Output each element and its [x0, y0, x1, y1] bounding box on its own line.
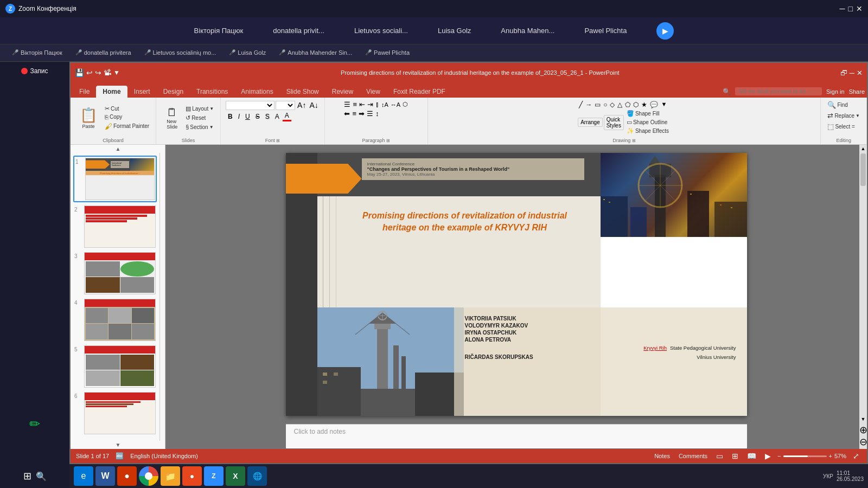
zoom-out-side-btn[interactable]: ⊖ — [859, 436, 867, 448]
ptab-viktoriia[interactable]: 🎤 Вікторія Пацюк — [5, 47, 69, 59]
font-name-select[interactable] — [226, 101, 275, 110]
notes-btn[interactable]: Notes — [652, 452, 672, 460]
justify-btn[interactable]: ☰ — [367, 110, 373, 118]
replace-btn[interactable]: ⇄ Replace ▼ — [826, 111, 861, 120]
share-btn[interactable]: Share — [849, 88, 865, 95]
shape-hex[interactable]: ⬡ — [632, 100, 640, 109]
shape-callout[interactable]: 💬 — [649, 100, 659, 109]
taskbar-edge-btn[interactable]: e — [74, 466, 93, 486]
slide-thumb-6[interactable]: 6 — [73, 391, 157, 435]
minimize-ppt-icon[interactable]: ─ — [850, 69, 854, 77]
slide-thumb-4[interactable]: 4 — [73, 298, 157, 342]
tab-animations[interactable]: Animations — [234, 86, 279, 98]
minimize-btn[interactable]: ─ — [840, 4, 845, 13]
quick-styles-btn[interactable]: QuickStyles — [604, 115, 624, 130]
reset-btn[interactable]: ↺ Reset — [184, 114, 215, 122]
decrease-indent-btn[interactable]: ⇤ — [359, 100, 365, 108]
participant-luisa[interactable]: Luisa Golz — [438, 27, 471, 35]
select-btn[interactable]: ⬚ Select = — [826, 122, 856, 131]
shape-rect[interactable]: ▭ — [593, 100, 602, 109]
slideshow-btn[interactable]: ▶ — [763, 451, 773, 461]
columns-btn[interactable]: ⫿ — [375, 100, 379, 108]
find-btn[interactable]: 🔍 Find — [826, 100, 849, 110]
drawing-expand-icon[interactable]: ⊞ — [632, 138, 636, 143]
next-participant-btn[interactable]: ▶ — [656, 22, 674, 40]
slider-track[interactable] — [783, 455, 827, 457]
participant-donatella[interactable]: donatella privit... — [273, 27, 324, 35]
ptab-lietuvos[interactable]: 🎤 Lietuvos socialinių mo... — [138, 47, 223, 59]
close-ppt-icon[interactable]: ✕ — [857, 69, 863, 77]
tab-slideshow[interactable]: Slide Show — [280, 86, 326, 98]
font-size-select[interactable] — [276, 101, 295, 110]
tab-foxit[interactable]: Foxit Reader PDF — [387, 86, 452, 98]
zoom-in-side-btn[interactable]: ⊕ — [859, 424, 867, 436]
font-color-btn[interactable]: A — [283, 111, 291, 121]
align-center-btn[interactable]: ≡ — [352, 110, 356, 118]
arrange-btn[interactable]: Arrange — [578, 118, 603, 127]
shape-triangle[interactable]: △ — [616, 100, 623, 109]
font-expand-icon[interactable]: ⊞ — [276, 138, 280, 143]
ptab-luisa[interactable]: 🎤 Luisa Golz — [222, 47, 272, 59]
numbering-btn[interactable]: ≡ — [353, 100, 357, 108]
taskbar-excel-btn[interactable]: X — [226, 466, 245, 486]
presentation-icon[interactable]: 📽 — [104, 68, 111, 77]
line-spacing-btn[interactable]: ↕ — [375, 110, 379, 118]
new-slide-btn[interactable]: 🗒 New Slide — [161, 105, 183, 131]
taskbar-unknown-btn[interactable]: ● — [117, 466, 137, 486]
scroll-up-arrow[interactable]: ▲ — [861, 146, 866, 151]
taskbar-app5-btn[interactable]: ● — [182, 466, 202, 486]
vertical-scrollbar[interactable]: ▲ ▼ ⊕ ⊖ — [859, 145, 867, 449]
align-text-btn[interactable]: ↔A — [391, 101, 400, 108]
university1-link[interactable]: Kryvyi Rih — [643, 345, 667, 351]
sign-in-btn[interactable]: Sign in — [826, 88, 845, 95]
taskbar-app7-btn[interactable]: 🌐 — [247, 466, 267, 486]
strikethrough-btn[interactable]: S — [253, 112, 262, 121]
shape-fill-btn[interactable]: 🪣 Shape Fill — [625, 110, 671, 118]
format-painter-btn[interactable]: 🖌 Format Painter — [103, 121, 151, 131]
pen-icon-area[interactable]: ✏ — [29, 416, 40, 432]
shape-circle[interactable]: ○ — [602, 100, 608, 109]
ptab-anubha[interactable]: 🎤 Anubha Mahender Sin... — [272, 47, 359, 59]
smartart-btn[interactable]: ⬡ — [403, 101, 408, 108]
zoom-minus-btn[interactable]: − — [777, 453, 781, 459]
windows-search-btn[interactable]: 🔍 — [36, 471, 47, 481]
scroll-down-arrow[interactable]: ▼ — [861, 416, 866, 422]
taskbar-zoom-btn[interactable]: Z — [204, 466, 224, 486]
slides-scroll-down[interactable]: ▼ — [71, 441, 165, 449]
slide-sorter-btn[interactable]: ⊞ — [730, 451, 741, 461]
text-direction-btn[interactable]: ↕A — [381, 101, 388, 108]
increase-indent-btn[interactable]: ⇥ — [367, 100, 373, 108]
recording-btn[interactable]: Запис — [21, 67, 48, 75]
paste-btn[interactable]: 📋 Paste — [75, 105, 101, 131]
zoom-level[interactable]: 57% — [834, 453, 846, 459]
italic-btn[interactable]: I — [236, 112, 242, 121]
normal-view-btn[interactable]: ▭ — [714, 451, 725, 461]
participant-viktoriia[interactable]: Вікторія Пацюк — [194, 27, 244, 35]
taskbar-explorer-btn[interactable]: 📁 — [161, 466, 180, 486]
shape-arrow[interactable]: → — [584, 100, 593, 109]
tab-insert[interactable]: Insert — [127, 86, 157, 98]
taskbar-chrome-btn[interactable] — [139, 466, 158, 486]
windows-start-btn[interactable]: ⊞ — [23, 470, 31, 482]
tab-transitions[interactable]: Transitions — [190, 86, 234, 98]
shadow-btn[interactable]: S — [263, 112, 272, 121]
shape-outline-btn[interactable]: ▭ Shape Outline — [625, 118, 671, 126]
close-btn[interactable]: ✕ — [856, 4, 863, 13]
undo-icon[interactable]: ↩ — [86, 68, 93, 77]
layout-btn[interactable]: ▤ Layout ▼ — [184, 105, 215, 113]
zoom-slider[interactable]: − + 57% — [777, 453, 846, 459]
reading-view-btn[interactable]: 📖 — [745, 451, 758, 461]
decrease-font-btn[interactable]: A↓ — [308, 100, 319, 110]
tab-design[interactable]: Design — [157, 86, 190, 98]
maximize-btn[interactable]: □ — [848, 4, 853, 13]
comments-btn[interactable]: Comments — [676, 452, 710, 460]
shape-star[interactable]: ★ — [640, 100, 648, 109]
search-input[interactable] — [735, 87, 822, 95]
zoom-plus-btn[interactable]: + — [829, 453, 832, 459]
shape-effects-btn[interactable]: ✨ Shape Effects — [625, 127, 671, 135]
shape-pentagon[interactable]: ⬠ — [624, 100, 631, 109]
align-left-btn[interactable]: ⬅ — [344, 110, 350, 118]
scroll-thumb[interactable] — [860, 153, 866, 186]
slide-thumb-2[interactable]: 2 — [73, 204, 157, 249]
paragraph-expand-icon[interactable]: ⊞ — [386, 138, 390, 143]
